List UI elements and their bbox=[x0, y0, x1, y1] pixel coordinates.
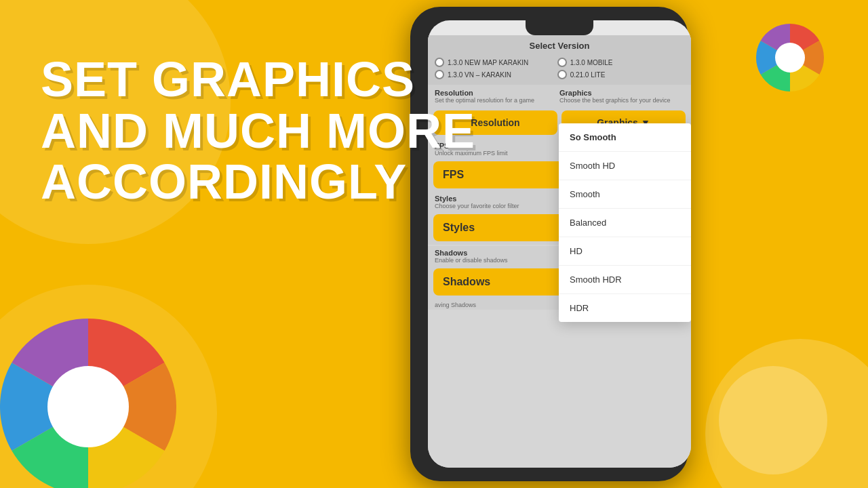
version-2-label: 1.3.0 MOBILE bbox=[570, 59, 613, 66]
svg-point-1 bbox=[47, 366, 129, 447]
hero-line2: AND MUCH MORE bbox=[41, 106, 475, 157]
radio-4[interactable] bbox=[557, 70, 567, 79]
graphics-option-smooth-hd[interactable]: Smooth HD bbox=[559, 152, 691, 180]
color-wheel-bottom-left bbox=[0, 312, 183, 488]
graphics-sub: Choose the best graphics for your device bbox=[559, 97, 684, 104]
radio-2[interactable] bbox=[557, 58, 567, 67]
hero-line1: SET GRAPHICS bbox=[41, 54, 475, 106]
graphics-option-balanced[interactable]: Balanced bbox=[559, 209, 691, 237]
color-wheel-top-right bbox=[753, 20, 827, 95]
hero-text: SET GRAPHICS AND MUCH MORE ACCORDINGLY bbox=[41, 54, 475, 208]
graphics-title: Graphics bbox=[559, 89, 684, 97]
svg-point-0 bbox=[775, 43, 805, 73]
phone-notch bbox=[526, 20, 593, 35]
graphics-option-smooth[interactable]: Smooth bbox=[559, 180, 691, 209]
graphics-option-so-smooth[interactable]: So Smooth bbox=[559, 123, 691, 152]
styles-btn-label: Styles bbox=[443, 222, 475, 234]
version-option-4[interactable]: 0.21.0 LITE bbox=[557, 70, 677, 79]
version-4-label: 0.21.0 LITE bbox=[570, 71, 606, 79]
hero-line3: ACCORDINGLY bbox=[41, 157, 475, 208]
graphics-option-hd[interactable]: HD bbox=[559, 237, 691, 266]
bg-circle-right2 bbox=[719, 366, 827, 474]
graphics-dropdown: So Smooth Smooth HD Smooth Balanced HD S… bbox=[559, 123, 691, 322]
select-version-label: Select Version bbox=[428, 35, 691, 55]
graphics-col: Graphics Choose the best graphics for yo… bbox=[559, 89, 684, 104]
graphics-option-hdr[interactable]: HDR bbox=[559, 294, 691, 322]
shadows-btn-label: Shadows bbox=[443, 276, 490, 288]
graphics-option-smooth-hdr[interactable]: Smooth HDR bbox=[559, 266, 691, 294]
version-option-2[interactable]: 1.3.0 MOBILE bbox=[557, 58, 677, 67]
